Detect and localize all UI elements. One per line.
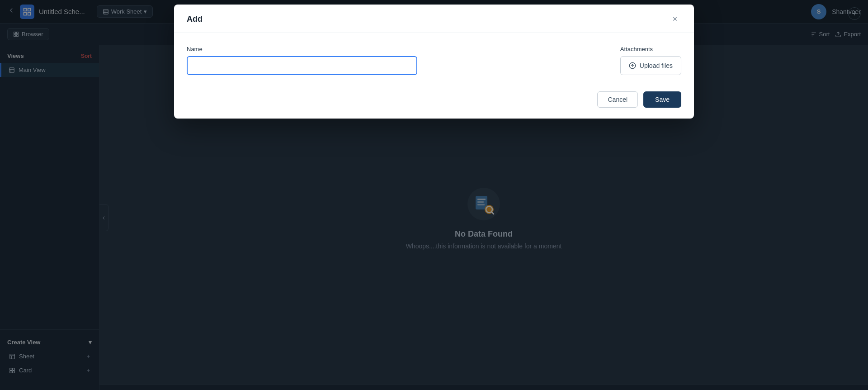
name-label: Name: [187, 46, 602, 52]
name-form-group: Name: [187, 46, 602, 75]
modal-title: Add: [187, 14, 203, 24]
cancel-button[interactable]: Cancel: [597, 91, 638, 108]
save-button[interactable]: Save: [643, 91, 681, 108]
attachments-label: Attachments: [620, 46, 681, 52]
modal-header: Add ×: [174, 5, 694, 33]
upload-files-label: Upload files: [640, 62, 673, 69]
upload-files-button[interactable]: Upload files: [620, 56, 681, 75]
attachments-form-group: Attachments Upload files: [620, 46, 681, 75]
modal-close-button[interactable]: ×: [669, 13, 681, 25]
modal-overlay: Add × Name Attachments Upload files: [0, 0, 868, 390]
name-input[interactable]: [187, 56, 417, 75]
modal-footer: Cancel Save: [174, 84, 694, 119]
add-modal: Add × Name Attachments Upload files: [174, 5, 694, 119]
modal-body: Name Attachments Upload files: [174, 33, 694, 84]
